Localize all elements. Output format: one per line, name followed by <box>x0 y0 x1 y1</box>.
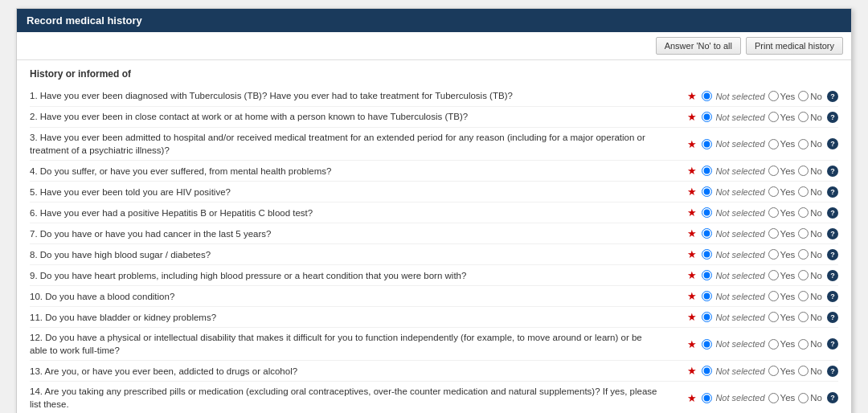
radio-yes-1[interactable] <box>768 91 779 101</box>
radio-yes-10[interactable] <box>768 291 779 301</box>
no-label-8[interactable]: No <box>798 249 822 260</box>
required-star-2: ★ <box>687 111 697 123</box>
yes-label-7[interactable]: Yes <box>768 228 796 239</box>
no-label-12[interactable]: No <box>798 339 822 350</box>
table-row: 11. Do you have bladder or kidney proble… <box>30 307 838 328</box>
radio-not-selected-5[interactable] <box>702 186 712 197</box>
no-label-14[interactable]: No <box>798 393 822 403</box>
yes-label-8[interactable]: Yes <box>768 249 796 260</box>
radio-no-6[interactable] <box>798 207 809 218</box>
radio-no-5[interactable] <box>798 186 809 197</box>
no-label-10[interactable]: No <box>798 291 822 301</box>
radio-no-4[interactable] <box>798 166 809 176</box>
yes-label-13[interactable]: Yes <box>768 366 796 376</box>
radio-yes-7[interactable] <box>768 228 779 239</box>
help-icon-7[interactable]: ? <box>827 228 838 239</box>
help-icon-10[interactable]: ? <box>827 291 838 302</box>
radio-no-13[interactable] <box>798 366 809 376</box>
question-text-11: 11. Do you have bladder or kidney proble… <box>30 311 669 324</box>
radio-not-selected-7[interactable] <box>702 228 712 239</box>
no-label-4[interactable]: No <box>798 166 822 176</box>
answer-group-13: ★Not selectedYesNo? <box>669 365 838 377</box>
not-selected-label-7: Not selected <box>715 229 764 239</box>
main-window: Record medical history Answer 'No' to al… <box>16 8 852 413</box>
no-label-11[interactable]: No <box>798 312 822 322</box>
yes-label-3[interactable]: Yes <box>768 139 796 149</box>
radio-not-selected-14[interactable] <box>702 393 712 403</box>
yes-label-10[interactable]: Yes <box>768 291 796 301</box>
yes-label-6[interactable]: Yes <box>768 207 796 218</box>
no-label-2[interactable]: No <box>798 112 822 122</box>
no-label-5[interactable]: No <box>798 186 822 197</box>
radio-not-selected-10[interactable] <box>702 291 712 301</box>
yes-label-9[interactable]: Yes <box>768 270 796 280</box>
yes-label-2[interactable]: Yes <box>768 112 796 122</box>
yes-label-5[interactable]: Yes <box>768 186 796 197</box>
not-selected-label-14: Not selected <box>715 393 764 403</box>
radio-yes-5[interactable] <box>768 186 779 197</box>
answer-no-button[interactable]: Answer 'No' to all <box>656 37 741 55</box>
no-label-13[interactable]: No <box>798 366 822 376</box>
radio-no-11[interactable] <box>798 312 809 322</box>
radio-no-12[interactable] <box>798 339 809 350</box>
help-icon-11[interactable]: ? <box>827 312 838 323</box>
radio-no-7[interactable] <box>798 228 809 239</box>
radio-no-1[interactable] <box>798 91 809 101</box>
radio-not-selected-2[interactable] <box>702 112 712 122</box>
yes-label-1[interactable]: Yes <box>768 91 796 101</box>
not-selected-label-9: Not selected <box>715 271 764 280</box>
help-icon-9[interactable]: ? <box>827 270 838 281</box>
radio-yes-8[interactable] <box>768 249 779 260</box>
required-star-10: ★ <box>687 290 697 302</box>
radio-yes-14[interactable] <box>768 393 779 403</box>
answer-group-11: ★Not selectedYesNo? <box>669 311 838 323</box>
help-icon-12[interactable]: ? <box>827 338 838 350</box>
no-label-6[interactable]: No <box>798 207 822 218</box>
help-icon-8[interactable]: ? <box>827 249 838 260</box>
radio-no-9[interactable] <box>798 270 809 280</box>
answer-group-9: ★Not selectedYesNo? <box>669 269 838 281</box>
help-icon-3[interactable]: ? <box>827 138 838 149</box>
radio-not-selected-4[interactable] <box>702 166 712 176</box>
question-text-6: 6. Have you ever had a positive Hepatiti… <box>30 206 669 219</box>
no-label-9[interactable]: No <box>798 270 822 280</box>
radio-no-3[interactable] <box>798 139 809 149</box>
help-icon-13[interactable]: ? <box>827 366 838 377</box>
radio-not-selected-3[interactable] <box>702 139 712 149</box>
radio-no-14[interactable] <box>798 393 809 403</box>
yes-label-4[interactable]: Yes <box>768 166 796 176</box>
radio-yes-9[interactable] <box>768 270 779 280</box>
radio-yes-12[interactable] <box>768 339 779 350</box>
yes-label-12[interactable]: Yes <box>768 339 796 350</box>
radio-no-2[interactable] <box>798 112 809 122</box>
no-label-1[interactable]: No <box>798 91 822 101</box>
yes-label-11[interactable]: Yes <box>768 312 796 322</box>
radio-not-selected-11[interactable] <box>702 312 712 322</box>
radio-yes-2[interactable] <box>768 112 779 122</box>
radio-yes-6[interactable] <box>768 207 779 218</box>
radio-no-10[interactable] <box>798 291 809 301</box>
radio-not-selected-13[interactable] <box>702 366 712 376</box>
print-button[interactable]: Print medical history <box>746 37 843 55</box>
help-icon-4[interactable]: ? <box>827 166 838 177</box>
help-icon-14[interactable]: ? <box>827 392 838 403</box>
radio-not-selected-12[interactable] <box>702 339 712 350</box>
yes-label-14[interactable]: Yes <box>768 393 796 403</box>
radio-not-selected-9[interactable] <box>702 270 712 280</box>
help-icon-2[interactable]: ? <box>827 112 838 123</box>
radio-not-selected-6[interactable] <box>702 207 712 218</box>
help-icon-5[interactable]: ? <box>827 186 838 198</box>
no-label-3[interactable]: No <box>798 139 822 149</box>
radio-yes-13[interactable] <box>768 366 779 376</box>
no-label-7[interactable]: No <box>798 228 822 239</box>
radio-yes-3[interactable] <box>768 139 779 149</box>
help-icon-6[interactable]: ? <box>827 207 838 219</box>
table-row: 8. Do you have high blood sugar / diabet… <box>30 244 838 265</box>
help-icon-1[interactable]: ? <box>827 91 838 102</box>
not-selected-label-1: Not selected <box>715 92 764 101</box>
radio-yes-11[interactable] <box>768 312 779 322</box>
radio-not-selected-8[interactable] <box>702 249 712 260</box>
radio-yes-4[interactable] <box>768 166 779 176</box>
radio-not-selected-1[interactable] <box>702 91 712 101</box>
radio-no-8[interactable] <box>798 249 809 260</box>
